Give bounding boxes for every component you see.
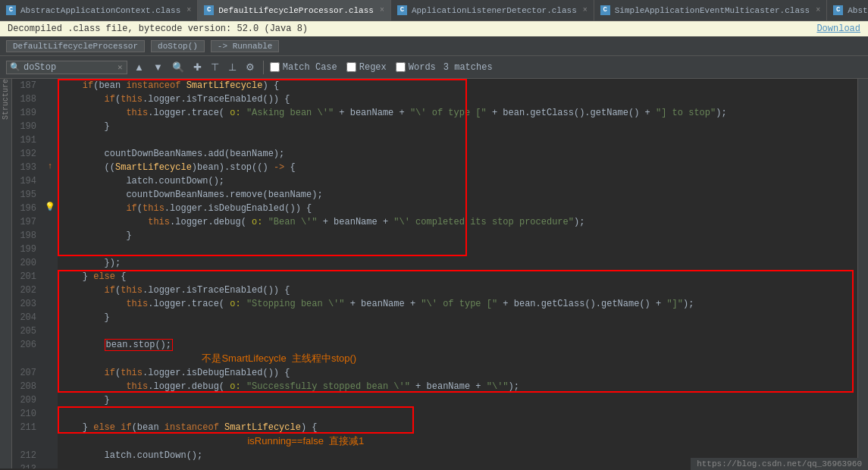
line-content[interactable]: } (58, 393, 857, 407)
line-number: 211 (12, 421, 42, 449)
line-content[interactable]: }); (58, 256, 857, 270)
line-number: 188 (12, 92, 42, 106)
line-gutter (42, 215, 58, 229)
breadcrumb-runnable[interactable]: -> Runnable (211, 40, 280, 52)
line-content[interactable]: countDownBeanNames.add(beanName); (58, 147, 857, 161)
main-area: Structure 187 if(bean instanceof SmartLi… (0, 79, 868, 468)
line-content[interactable]: this.logger.debug( o: "Successfully stop… (58, 380, 857, 393)
line-content[interactable]: if(this.logger.isDebugEnabled()) { (58, 366, 857, 380)
line-gutter: ↑ (42, 161, 58, 174)
line-content[interactable]: this.logger.trace( o: "Asking bean \'" +… (58, 106, 857, 120)
line-number: 205 (12, 324, 42, 338)
line-number: 191 (12, 133, 42, 147)
table-row: 211 } else if(bean instanceof SmartLifec… (12, 421, 857, 449)
line-content[interactable]: this.logger.trace( o: "Stopping bean \'"… (58, 297, 857, 311)
search-divider (263, 61, 264, 74)
search-next-button[interactable]: ▼ (151, 61, 165, 74)
regex-option[interactable]: Regex (346, 62, 387, 73)
table-row: 208 this.logger.debug( o: "Successfully … (12, 380, 857, 393)
decompile-banner: Decompiled .class file, bytecode version… (0, 21, 868, 36)
search-bar: 🔍 ✕ ▲ ▼ 🔍 ✚ ⊤ ⊥ ⚙ Match Case Regex Words… (0, 56, 868, 79)
line-number: 210 (12, 407, 42, 421)
search-prev-button[interactable]: ▲ (132, 61, 146, 74)
table-row: 202 if(this.logger.isTraceEnabled()) { (12, 284, 857, 297)
search-matches: 3 matches (443, 62, 493, 73)
regex-checkbox[interactable] (346, 62, 356, 72)
line-gutter (42, 188, 58, 202)
match-case-option[interactable]: Match Case (270, 62, 337, 73)
line-content[interactable]: ((SmartLifecycle)bean).stop(() -> { (58, 161, 857, 174)
table-row: 190 } (12, 120, 857, 133)
search-icon: 🔍 (10, 62, 20, 72)
tab-abstract-app-context[interactable]: C AbstractApplicationContext.class × (0, 0, 198, 21)
words-option[interactable]: Words (396, 62, 436, 73)
line-content[interactable]: latch.countDown(); (58, 174, 857, 188)
tab-app-listener[interactable]: C ApplicationListenerDetector.class × (391, 0, 594, 21)
line-number: 190 (12, 120, 42, 133)
tab-icon-1: C (204, 5, 214, 15)
table-row: 201 } else { (12, 270, 857, 284)
line-content[interactable]: if(this.logger.isDebugEnabled()) { (58, 202, 857, 215)
right-sidebar (857, 79, 868, 468)
tab-abstract-app[interactable]: C AbstractApplication (827, 0, 868, 21)
gutter-bulb-196: 💡 (45, 202, 55, 212)
tab-close-1[interactable]: × (380, 6, 384, 14)
line-content[interactable]: } else { (58, 270, 857, 284)
search-btn2[interactable]: ⊤ (208, 61, 221, 74)
tab-close-0[interactable]: × (186, 6, 191, 14)
table-row: 192 countDownBeanNames.add(beanName); (12, 147, 857, 161)
line-content[interactable]: if(this.logger.isTraceEnabled()) { (58, 92, 857, 106)
line-content[interactable]: if(this.logger.isTraceEnabled()) { (58, 284, 857, 297)
line-gutter (42, 421, 58, 449)
line-content[interactable]: countDownBeanNames.remove(beanName); (58, 188, 857, 202)
breadcrumb-class[interactable]: DefaultLifecycleProcessor (6, 40, 145, 52)
line-number: 194 (12, 174, 42, 188)
tab-icon-2: C (397, 5, 407, 15)
tab-simple-multicaster[interactable]: C SimpleApplicationEventMulticaster.clas… (594, 0, 827, 21)
table-row: 194 latch.countDown(); (12, 174, 857, 188)
line-content[interactable]: } (58, 311, 857, 324)
line-content[interactable]: if(bean instanceof SmartLifecycle) { (58, 79, 857, 92)
search-options: Match Case Regex Words (270, 62, 436, 73)
tab-label-3: SimpleApplicationEventMulticaster.class (615, 6, 810, 15)
search-settings-button[interactable]: ⚙ (243, 61, 257, 74)
line-content[interactable]: } (58, 229, 857, 243)
breadcrumb-method[interactable]: doStop() (151, 40, 205, 52)
search-add-button[interactable]: ✚ (191, 61, 204, 74)
code-area[interactable]: 187 if(bean instanceof SmartLifecycle) {… (12, 79, 857, 468)
line-number: 201 (12, 270, 42, 284)
search-input[interactable] (24, 62, 114, 73)
match-case-label: Match Case (283, 62, 337, 73)
line-number: 195 (12, 188, 42, 202)
line-content[interactable]: bean.stop(); 不是SmartLifecycle 主线程中stop() (58, 338, 857, 366)
words-checkbox[interactable] (396, 62, 406, 72)
line-number: 193 (12, 161, 42, 174)
line-gutter (42, 106, 58, 120)
line-gutter (42, 366, 58, 380)
tab-default-lifecycle[interactable]: C DefaultLifecycleProcessor.class × (198, 0, 391, 21)
tab-close-3[interactable]: × (816, 6, 820, 14)
search-input-wrapper: 🔍 ✕ (6, 61, 127, 74)
table-row: 203 this.logger.trace( o: "Stopping bean… (12, 297, 857, 311)
table-row: 199 (12, 243, 857, 256)
line-number: 202 (12, 284, 42, 297)
table-row: 206 bean.stop(); 不是SmartLifecycle 主线程中st… (12, 338, 857, 366)
line-gutter (42, 311, 58, 324)
line-gutter (42, 243, 58, 256)
download-link[interactable]: Download (816, 24, 860, 34)
line-number: 187 (12, 79, 42, 92)
line-content[interactable]: } else if(bean instanceof SmartLifecycle… (58, 421, 857, 449)
tab-label-4: AbstractApplication (848, 6, 868, 15)
search-clear-icon[interactable]: ✕ (118, 62, 123, 72)
match-case-checkbox[interactable] (270, 62, 280, 72)
structure-sidebar: Structure (0, 79, 12, 468)
line-content[interactable]: this.logger.debug( o: "Bean \'" + beanNa… (58, 215, 857, 229)
line-content[interactable]: } (58, 120, 857, 133)
line-number: 206 (12, 338, 42, 366)
annotation-not-smart: 不是SmartLifecycle 主线程中stop() (202, 352, 356, 364)
search-find-button[interactable]: 🔍 (170, 61, 186, 74)
line-gutter (42, 270, 58, 284)
tab-close-2[interactable]: × (583, 6, 588, 14)
search-btn3[interactable]: ⊥ (226, 61, 239, 74)
line-gutter (42, 462, 58, 468)
